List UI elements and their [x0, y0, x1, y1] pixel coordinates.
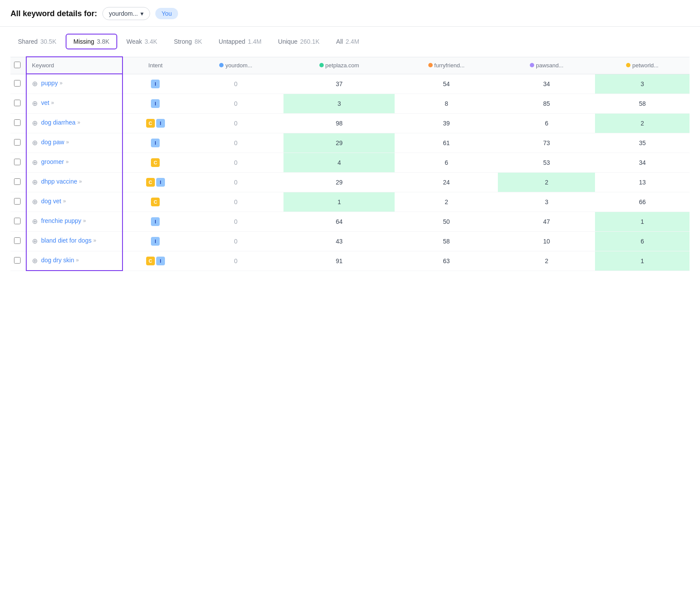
keyword-link-5[interactable]: dhpp vaccine »: [41, 178, 82, 185]
chevrons-2: »: [77, 119, 80, 125]
keyword-link-3[interactable]: dog paw »: [41, 139, 69, 146]
keyword-link-1[interactable]: vet »: [41, 99, 54, 106]
row-checkbox-input-2[interactable]: [14, 119, 21, 126]
tab-label-strong: Strong: [174, 38, 192, 45]
table-row: ⊕dhpp vaccine »CI02924213: [10, 172, 690, 192]
keyword-link-6[interactable]: dog vet »: [41, 198, 66, 205]
add-keyword-icon-6[interactable]: ⊕: [32, 198, 38, 206]
zero-value: 0: [234, 139, 238, 146]
tab-count-weak: 3.4K: [145, 38, 158, 45]
tab-strong[interactable]: Strong 8K: [166, 34, 209, 49]
tab-weak[interactable]: Weak 3.4K: [119, 34, 164, 49]
intent-cell-6: C: [122, 192, 188, 212]
row-checkbox-2: [10, 113, 26, 133]
pawsand-value-0: 34: [498, 74, 595, 94]
table-row: ⊕groomer »C0465334: [10, 153, 690, 172]
chevrons-7: »: [83, 218, 86, 224]
zero-value: 0: [234, 257, 238, 264]
row-checkbox-input-1[interactable]: [14, 100, 21, 106]
intent-badge-i-0: I: [151, 80, 160, 88]
intent-cell-2: CI: [122, 113, 188, 133]
keyword-cell-6: ⊕dog vet »: [26, 192, 122, 212]
add-keyword-icon-1[interactable]: ⊕: [32, 99, 38, 108]
yourdom-value-8: 0: [188, 231, 284, 251]
intent-cell-4: C: [122, 153, 188, 172]
chevrons-1: »: [51, 100, 54, 106]
intent-badge-c-2: C: [146, 119, 155, 128]
keyword-link-9[interactable]: dog dry skin »: [41, 257, 79, 264]
pawsand-value-3: 73: [498, 133, 595, 153]
petplaza-value-4: 4: [284, 153, 395, 172]
intent-badge-c-9: C: [146, 257, 155, 265]
tab-label-untapped: Untapped: [219, 38, 245, 45]
intent-badge-i-5: I: [156, 178, 165, 187]
keyword-table-container: Keyword Intent yourdom... petplaza.com f…: [0, 56, 700, 271]
keyword-link-7[interactable]: frenchie puppy »: [41, 217, 86, 224]
tab-label-weak: Weak: [126, 38, 142, 45]
intent-cell-5: CI: [122, 172, 188, 192]
tab-shared[interactable]: Shared 30.5K: [10, 34, 64, 49]
row-checkbox-input-8[interactable]: [14, 237, 21, 244]
furryfriend-dot: [428, 63, 433, 67]
add-keyword-icon-7[interactable]: ⊕: [32, 217, 38, 226]
row-checkbox-input-9[interactable]: [14, 257, 21, 264]
table-row: ⊕frenchie puppy »I06450471: [10, 212, 690, 231]
petplaza-value-9: 91: [284, 251, 395, 271]
row-checkbox-input-4[interactable]: [14, 159, 21, 165]
chevrons-9: »: [76, 257, 79, 263]
add-keyword-icon-3[interactable]: ⊕: [32, 139, 38, 147]
add-keyword-icon-0[interactable]: ⊕: [32, 80, 38, 88]
tab-all[interactable]: All 2.4M: [329, 34, 367, 49]
chevrons-8: »: [93, 237, 96, 243]
zero-value: 0: [234, 159, 238, 166]
pawsand-dot: [530, 63, 534, 67]
table-row: ⊕puppy »I03754343: [10, 74, 690, 94]
row-checkbox-input-0[interactable]: [14, 80, 21, 87]
tab-missing[interactable]: Missing 3.8K: [66, 34, 117, 49]
chevrons-6: »: [63, 198, 66, 204]
header-intent: Intent: [122, 57, 188, 74]
keyword-link-0[interactable]: puppy »: [41, 80, 63, 87]
keyword-link-8[interactable]: bland diet for dogs »: [41, 237, 96, 244]
row-checkbox-input-5[interactable]: [14, 178, 21, 185]
add-keyword-icon-2[interactable]: ⊕: [32, 119, 38, 127]
pawsand-value-8: 10: [498, 231, 595, 251]
tab-label-unique: Unique: [278, 38, 298, 45]
zero-value: 0: [234, 179, 238, 186]
row-checkbox-input-7[interactable]: [14, 218, 21, 224]
chevron-down-icon: ▾: [140, 10, 144, 17]
petworld-value-7: 1: [595, 212, 690, 231]
table-header-row: Keyword Intent yourdom... petplaza.com f…: [10, 57, 690, 74]
domain-selector[interactable]: yourdom... ▾: [102, 7, 150, 20]
row-checkbox-input-6[interactable]: [14, 198, 21, 205]
petworld-value-3: 35: [595, 133, 690, 153]
petplaza-value-2: 98: [284, 113, 395, 133]
intent-badge-c-6: C: [151, 198, 160, 206]
keyword-cell-0: ⊕puppy »: [26, 74, 122, 94]
tab-unique[interactable]: Unique 260.1K: [271, 34, 327, 49]
row-checkbox-input-3[interactable]: [14, 139, 21, 146]
add-keyword-icon-9[interactable]: ⊕: [32, 257, 38, 265]
petworld-value-6: 66: [595, 192, 690, 212]
keyword-table: Keyword Intent yourdom... petplaza.com f…: [10, 56, 690, 271]
zero-value: 0: [234, 100, 238, 107]
petworld-value-0: 3: [595, 74, 690, 94]
petplaza-value-6: 1: [284, 192, 395, 212]
add-keyword-icon-5[interactable]: ⊕: [32, 178, 38, 186]
intent-cell-8: I: [122, 231, 188, 251]
zero-value: 0: [234, 238, 238, 245]
row-checkbox-3: [10, 133, 26, 153]
intent-cell-7: I: [122, 212, 188, 231]
keyword-link-4[interactable]: groomer »: [41, 158, 69, 165]
furryfriend-value-0: 54: [395, 74, 498, 94]
add-keyword-icon-8[interactable]: ⊕: [32, 237, 38, 245]
select-all-checkbox[interactable]: [14, 62, 21, 68]
add-keyword-icon-4[interactable]: ⊕: [32, 158, 38, 167]
pawsand-value-9: 2: [498, 251, 595, 271]
tab-untapped[interactable]: Untapped 1.4M: [211, 34, 269, 49]
tab-label-all: All: [336, 38, 343, 45]
petworld-value-2: 2: [595, 113, 690, 133]
petplaza-value-3: 29: [284, 133, 395, 153]
zero-value: 0: [234, 218, 238, 225]
keyword-link-2[interactable]: dog diarrhea »: [41, 119, 80, 126]
